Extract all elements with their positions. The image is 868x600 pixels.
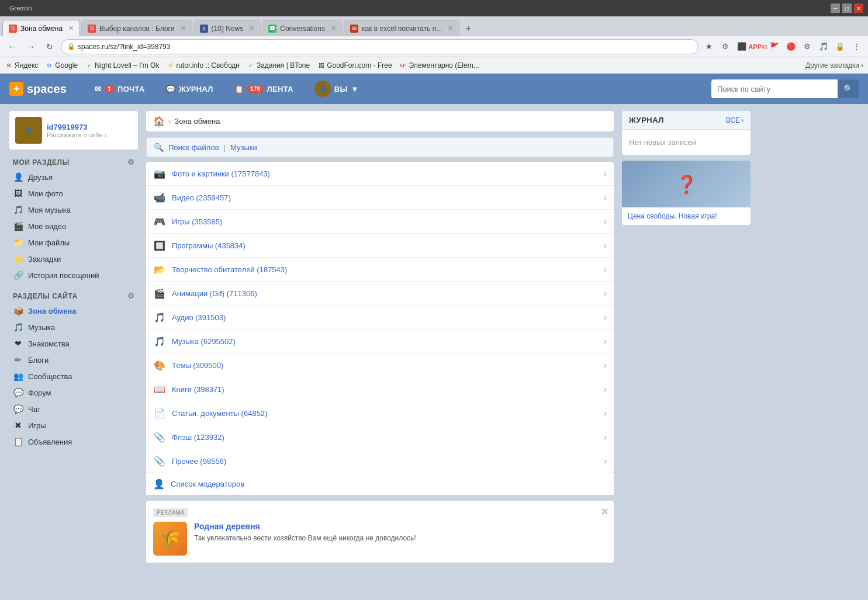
tab-favicon-5: ✉ [350,25,358,33]
sidebar-item-bookmarks[interactable]: ⭐ Закладки [9,251,138,267]
journal-label: ЖУРНАЛ [179,85,213,93]
toolbar-btn-4[interactable]: ⚙ [800,40,814,54]
new-tab-button[interactable]: + [461,21,476,36]
tab-close-4[interactable]: ✕ [331,25,336,32]
menu-button[interactable]: ⋮ [849,40,863,54]
photos-chevron-icon: › [604,169,607,178]
sidebar-item-friends[interactable]: 👤 Друзья [9,169,138,185]
maximize-button[interactable]: □ [842,4,852,13]
category-programs[interactable]: 🔲 Программы (435834) › [146,234,614,258]
category-games[interactable]: 🎮 Игры (353585) › [146,210,614,234]
tab-close-5[interactable]: ✕ [448,25,453,32]
mail-icon: ✉ [95,85,101,93]
sidebar-item-exchange[interactable]: 📦 Зона обмена [9,303,138,319]
toolbar-btn-2[interactable]: 🚩 [767,40,781,54]
bookmark-google[interactable]: G Google [45,61,78,70]
nav-profile[interactable]: 👤 ВЫ ▼ [304,74,369,104]
tab-conversations[interactable]: 💬 Conversations ✕ [262,20,343,36]
moderators-row[interactable]: 👤 Список модераторов [146,473,614,495]
nav-feed[interactable]: 📋 176 ЛЕНТА [224,74,304,104]
bookmark-rutor[interactable]: ⚡ rutor.info :: Свободн [166,61,240,70]
sidebar-item-communities[interactable]: 👥 Сообщества [9,368,138,384]
nav-mail[interactable]: ✉ 1 ПОЧТА [84,74,155,104]
category-audio[interactable]: 🎵 Аудио (391503) › [146,306,614,330]
tab-close-3[interactable]: ✕ [249,25,254,32]
bookmark-yandex[interactable]: Я Яндекс [5,61,38,70]
profile-info: id79919973 Расскажите о себе › [47,123,107,138]
sidebar-item-blogs[interactable]: ✏ Блоги [9,352,138,368]
sidebar-item-myfiles[interactable]: 📁 Мои файлы [9,234,138,251]
tab-blogs[interactable]: S Выбор каналов : Блоги ✕ [81,20,192,36]
tab-close-1[interactable]: ✕ [68,25,74,32]
category-books[interactable]: 📖 Книги (398371) › [146,377,614,401]
sidebar-item-myphoto[interactable]: 🖼 Мои фото [9,185,138,202]
category-articles[interactable]: 📄 Статьи, документы (64852) › [146,401,614,425]
category-video[interactable]: 📹 Видео (2359457) › [146,186,614,210]
main-content: 🏠 › Зона обмена 🔍 Поиск файлов | Музыки … [146,111,614,563]
category-themes[interactable]: 🎨 Темы (309500) › [146,353,614,377]
address-bar[interactable]: 🔒 spaces.ru/sz/?link_id=398793 [61,39,698,54]
logo-icon: ✦ [9,82,23,96]
ad-close-button[interactable]: ✕ [600,505,609,518]
audio-label: Аудио (391503) [172,313,598,322]
site-logo[interactable]: ✦ spaces [9,82,67,96]
category-photos[interactable]: 📷 Фото и картинки (17577843) › [146,162,614,186]
my-sections-gear-icon[interactable]: ⚙ [127,158,135,167]
mail-label: ПОЧТА [117,85,145,93]
bookmark-elementarno[interactable]: LF Элементарно (Elem... [399,61,479,70]
toolbar-btn-6[interactable]: 🔒 [833,40,847,54]
bookmark-goodfon[interactable]: 🖼 GoodFon.com - Free [317,61,392,70]
category-flash[interactable]: 📎 Флэш (123932) › [146,425,614,449]
toolbar-btn-3[interactable]: 🔴 [784,40,798,54]
close-button[interactable]: ✕ [854,4,863,13]
ad-title[interactable]: Родная деревня [194,522,416,531]
bookmark-night-lovell[interactable]: ♪ Night Lovell – I'm Ok [85,61,159,70]
sidebar-item-music[interactable]: 🎵 Музыка [9,319,138,335]
games-icon: ✖ [13,420,23,431]
nav-journal[interactable]: 💬 ЖУРНАЛ [155,74,224,104]
sidebar-item-chat[interactable]: 💬 Чат [9,401,138,417]
browser-frame: Gremlin ─ □ ✕ S Зона обмена ✕ S Выбор ка… [0,0,868,570]
sidebar-item-forum[interactable]: 💬 Форум [9,384,138,401]
category-other[interactable]: 📎 Прочее (98556) › [146,449,614,473]
bookmark-more[interactable]: Другие закладки › [805,61,863,70]
tab-excel[interactable]: ✉ как в excel посчитать п... ✕ [344,20,459,36]
breadcrumb-home-icon[interactable]: 🏠 [153,116,165,127]
sidebar-item-myvideo[interactable]: 🎬 Моё видео [9,218,138,234]
toolbar-btn-5[interactable]: 🎵 [817,40,831,54]
sidebar-item-mymusic[interactable]: 🎵 Моя музыка [9,202,138,218]
sidebar-item-ads[interactable]: 📋 Объявления [9,433,138,450]
bookmark-star-icon[interactable]: ★ [702,40,716,54]
journal-all-link[interactable]: ВСЕ › [726,116,743,124]
profile-description[interactable]: Расскажите о себе › [47,131,107,138]
category-music[interactable]: 🎵 Музыка (6295502) › [146,330,614,353]
category-animations[interactable]: 🎬 Анимации (Gif) (711306) › [146,282,614,306]
reload-button[interactable]: ↻ [42,39,57,54]
sidebar-item-games[interactable]: ✖ Игры [9,417,138,433]
search-button[interactable]: 🔍 [838,79,859,98]
site-sections-gear-icon[interactable]: ⚙ [127,292,135,300]
search-files-link[interactable]: Поиск файлов [168,143,219,152]
extensions-icon[interactable]: ⬛ [735,40,749,54]
tab-news[interactable]: в (10) News ✕ [193,20,261,36]
journal-empty-text: Нет новых записей [629,138,696,147]
music-cat-label: Музыка (6295502) [172,337,598,346]
blogs-label: Блоги [28,356,49,365]
game-promo-link[interactable]: Цена свободы. Новая игра! [622,207,751,225]
profile-username[interactable]: id79919973 [47,123,107,131]
search-input[interactable] [711,79,840,98]
category-creativity[interactable]: 📂 Творчество обитателей (187543) › [146,258,614,282]
bookmark-btone[interactable]: ✓ Задания | BTone [247,61,310,70]
sidebar-item-dating[interactable]: ❤ Знакомства [9,335,138,352]
back-button[interactable]: ← [5,39,20,54]
sidebar-item-history[interactable]: 🔗 История посещений [9,267,138,283]
settings-icon[interactable]: ⚙ [718,40,732,54]
tab-zona-obmena[interactable]: S Зона обмена ✕ [2,20,80,36]
search-music-link[interactable]: Музыки [230,143,257,152]
minimize-button[interactable]: ─ [831,4,840,13]
app-icon-1[interactable]: APP31 [751,40,765,54]
toolbar-icons: ★ ⚙ ⬛ APP31 🚩 🔴 ⚙ 🎵 🔒 ⋮ [702,40,863,54]
tab-close-2[interactable]: ✕ [181,25,186,32]
forward-button[interactable]: → [23,39,39,54]
photos-icon: 📷 [153,167,166,180]
